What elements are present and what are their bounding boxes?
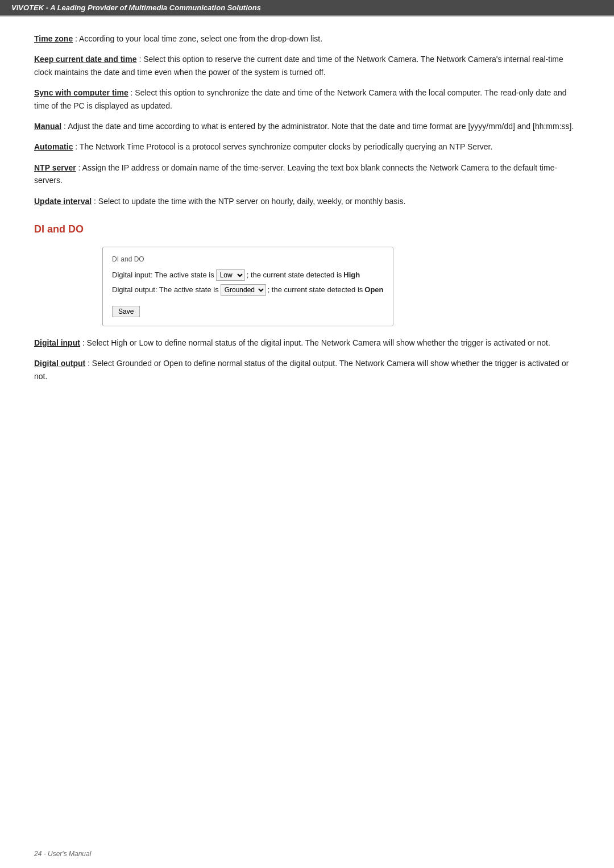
para-update-interval: Update interval : Select to update the t…	[34, 195, 580, 207]
digital-output-row: Digital output: The active state is Grou…	[112, 284, 384, 296]
digital-output-suffix: ; the current state detected is	[268, 284, 363, 296]
text-digital-output: : Select Grounded or Open to define norm…	[34, 359, 569, 380]
para-manual: Manual : Adjust the date and time accord…	[34, 120, 580, 132]
term-digital-output: Digital output	[34, 359, 85, 368]
digital-output-select[interactable]: Grounded Open	[221, 284, 266, 296]
term-automatic: Automatic	[34, 142, 73, 151]
para-digital-output-desc: Digital output : Select Grounded or Open…	[34, 357, 580, 383]
para-keep-current: Keep current date and time : Select this…	[34, 53, 580, 78]
text-update-interval: : Select to update the time with the NTP…	[92, 197, 405, 206]
digital-input-label: Digital input: The active state is	[112, 269, 214, 281]
para-time-zone: Time zone : According to your local time…	[34, 32, 580, 45]
para-digital-input-desc: Digital input : Select High or Low to de…	[34, 337, 580, 349]
text-manual: : Adjust the date and time according to …	[61, 122, 574, 131]
para-sync-computer: Sync with computer time : Select this op…	[34, 86, 580, 112]
term-digital-input: Digital input	[34, 338, 80, 347]
term-update-interval: Update interval	[34, 197, 92, 206]
digital-output-detected: Open	[364, 284, 383, 296]
term-manual: Manual	[34, 122, 61, 131]
section-heading-di-do: DI and DO	[34, 221, 580, 238]
para-automatic: Automatic : The Network Time Protocol is…	[34, 140, 580, 153]
digital-output-label: Digital output: The active state is	[112, 284, 219, 296]
para-ntp-server: NTP server : Assign the IP address or do…	[34, 161, 580, 187]
footer-text: 24 - User's Manual	[34, 850, 91, 858]
text-automatic: : The Network Time Protocol is a protoco…	[73, 142, 492, 151]
text-ntp-server: : Assign the IP address or domain name o…	[34, 163, 557, 185]
digital-input-select[interactable]: Low High	[216, 269, 245, 281]
header-title: VIVOTEK - A Leading Provider of Multimed…	[11, 3, 261, 12]
term-ntp-server: NTP server	[34, 163, 76, 172]
footer: 24 - User's Manual	[34, 850, 91, 858]
digital-input-suffix: ; the current state detected is	[247, 269, 342, 281]
save-button[interactable]: Save	[112, 306, 140, 317]
di-do-box: DI and DO Digital input: The active stat…	[102, 247, 393, 326]
content-area: Time zone : According to your local time…	[0, 16, 614, 425]
digital-input-detected: High	[343, 269, 360, 281]
di-do-box-title: DI and DO	[112, 254, 384, 265]
header-bar: VIVOTEK - A Leading Provider of Multimed…	[0, 0, 614, 15]
text-time-zone: : According to your local time zone, sel…	[73, 34, 322, 43]
text-digital-input: : Select High or Low to define normal st…	[80, 338, 550, 347]
term-sync-computer: Sync with computer time	[34, 88, 128, 97]
term-time-zone: Time zone	[34, 34, 73, 43]
digital-input-row: Digital input: The active state is Low H…	[112, 269, 384, 281]
term-keep-current: Keep current date and time	[34, 55, 137, 64]
